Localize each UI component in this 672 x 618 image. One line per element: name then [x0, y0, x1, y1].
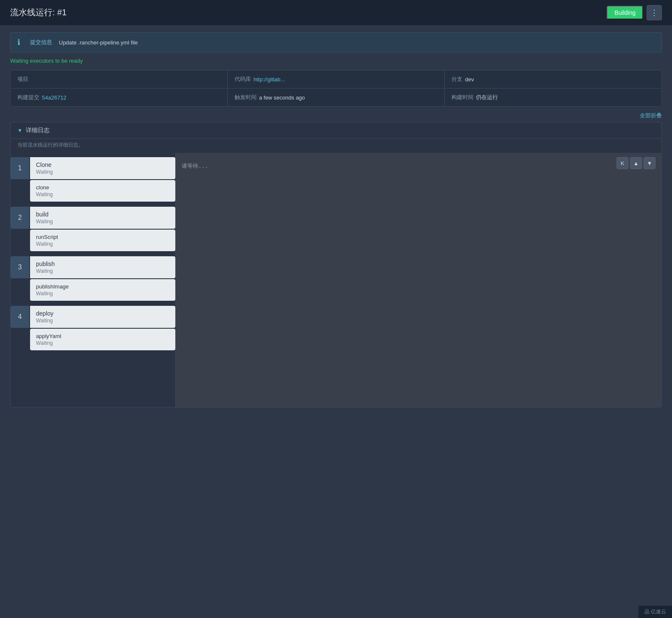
log-content: 请等待... [182, 159, 655, 170]
main-content: ℹ 提交信息 Update .rancher-pipeline.yml file… [0, 25, 672, 414]
meta-cell-project: 项目 [11, 70, 228, 88]
stage-card-4[interactable]: deploy Waiting [30, 306, 175, 328]
sub-stage-item-4-1: applyYaml Waiting [30, 329, 175, 350]
meta-key-repo: 代码库 [235, 75, 251, 83]
stage-item-4: 4 deploy Waiting [11, 306, 175, 328]
stage-status-1: Waiting [36, 169, 169, 175]
building-badge[interactable]: Building [607, 6, 643, 19]
page-title: 流水线运行: #1 [10, 7, 66, 18]
meta-key-branch: 分支 [451, 75, 462, 83]
footer: 品 亿速云 [638, 605, 672, 618]
meta-key-commit: 构建提交 [17, 94, 39, 101]
footer-text: 品 亿速云 [644, 609, 666, 615]
meta-cell-duration: 构建时间 仍在运行 [445, 89, 661, 106]
detail-section: ▼ 详细日志 当前流水线运行的详细日志。 1 Clone Waiting [10, 122, 662, 407]
stage-group-3: 3 publish Waiting publishImage Waiting [11, 256, 175, 301]
info-bar: ℹ 提交信息 Update .rancher-pipeline.yml file [10, 32, 662, 53]
sub-stage-status-4-1: Waiting [36, 340, 169, 346]
sub-stage-item-1-1: clone Waiting [30, 180, 175, 202]
log-btn-up[interactable]: ▲ [630, 157, 642, 169]
stage-group-1: 1 Clone Waiting clone Waiting [11, 157, 175, 202]
stage-num-3: 3 [11, 256, 29, 278]
detail-header: ▼ 详细日志 [11, 122, 661, 139]
header-actions: Building ⋮ [607, 5, 662, 20]
stage-name-4: deploy [36, 310, 169, 317]
info-icon: ℹ [17, 38, 26, 47]
detail-arrow-icon[interactable]: ▼ [17, 127, 22, 133]
sub-stage-card-1-1[interactable]: clone Waiting [30, 180, 175, 202]
meta-val-trigger: a few seconds ago [259, 94, 305, 101]
meta-row-2: 构建提交 54a26712 触发时间 a few seconds ago 构建时… [11, 89, 661, 106]
stage-item-2: 2 build Waiting [11, 207, 175, 229]
meta-cell-repo: 代码库 http://gitlab... [228, 70, 445, 88]
meta-val-branch: dev [465, 76, 474, 83]
stage-num-1: 1 [11, 157, 29, 179]
sub-stage-item-3-1: publishImage Waiting [30, 279, 175, 301]
collapse-bar: 全部折叠 [10, 108, 662, 122]
meta-grid: 项目 代码库 http://gitlab... 分支 dev 构建提交 54a2… [10, 70, 662, 107]
sub-stage-card-2-1[interactable]: runScript Waiting [30, 230, 175, 251]
meta-cell-branch: 分支 dev [445, 70, 661, 88]
sub-stage-name-3-1: publishImage [36, 283, 169, 290]
sub-stage-status-3-1: Waiting [36, 291, 169, 297]
stage-card-2[interactable]: build Waiting [30, 207, 175, 229]
stage-item-3: 3 publish Waiting [11, 256, 175, 278]
header: 流水线运行: #1 Building ⋮ [0, 0, 672, 25]
waiting-message: Waiting executors to be ready [10, 58, 662, 64]
detail-subtitle: 当前流水线运行的详细日志。 [11, 139, 661, 153]
stage-num-2: 2 [11, 207, 29, 229]
meta-val-repo[interactable]: http://gitlab... [254, 76, 285, 83]
sub-stage-card-4-1[interactable]: applyYaml Waiting [30, 329, 175, 350]
detail-body: 1 Clone Waiting clone Waiting [11, 153, 661, 407]
meta-val-commit[interactable]: 54a26712 [42, 94, 66, 101]
more-button[interactable]: ⋮ [647, 5, 662, 20]
log-btn-down[interactable]: ▼ [644, 157, 655, 169]
stage-group-4: 4 deploy Waiting applyYaml Waiting [11, 306, 175, 350]
stage-status-3: Waiting [36, 268, 169, 274]
stage-status-2: Waiting [36, 219, 169, 224]
meta-cell-trigger: 触发时间 a few seconds ago [228, 89, 445, 106]
sub-stage-card-3-1[interactable]: publishImage Waiting [30, 279, 175, 301]
info-text: Update .rancher-pipeline.yml file [59, 39, 138, 46]
detail-title: 详细日志 [26, 127, 50, 134]
sub-stage-status-2-1: Waiting [36, 241, 169, 247]
meta-key-duration: 构建时间 [451, 94, 473, 101]
sub-stage-status-1-1: Waiting [36, 191, 169, 197]
meta-val-duration: 仍在运行 [476, 94, 498, 101]
log-panel: K ▲ ▼ 请等待... [176, 153, 661, 407]
meta-cell-commit: 构建提交 54a26712 [11, 89, 228, 106]
stage-group-2: 2 build Waiting runScript Waiting [11, 207, 175, 251]
sub-stage-name-4-1: applyYaml [36, 333, 169, 339]
sub-stage-item-2-1: runScript Waiting [30, 230, 175, 251]
sub-stage-name-1-1: clone [36, 184, 169, 191]
info-label: 提交信息 [30, 39, 52, 46]
stage-card-3[interactable]: publish Waiting [30, 256, 175, 278]
stage-name-2: build [36, 211, 169, 218]
stage-name-3: publish [36, 261, 169, 267]
stage-name-1: Clone [36, 161, 169, 168]
meta-row-1: 项目 代码库 http://gitlab... 分支 dev [11, 70, 661, 89]
stage-card-1[interactable]: Clone Waiting [30, 157, 175, 179]
stage-item-1: 1 Clone Waiting [11, 157, 175, 179]
collapse-all-link[interactable]: 全部折叠 [640, 112, 662, 119]
meta-key-project: 项目 [17, 75, 28, 83]
log-toolbar: K ▲ ▼ [617, 157, 655, 169]
log-btn-top[interactable]: K [617, 157, 628, 169]
stage-status-4: Waiting [36, 318, 169, 324]
stages-panel: 1 Clone Waiting clone Waiting [11, 153, 176, 407]
stage-num-4: 4 [11, 306, 29, 328]
meta-key-trigger: 触发时间 [235, 94, 257, 101]
sub-stage-name-2-1: runScript [36, 234, 169, 240]
